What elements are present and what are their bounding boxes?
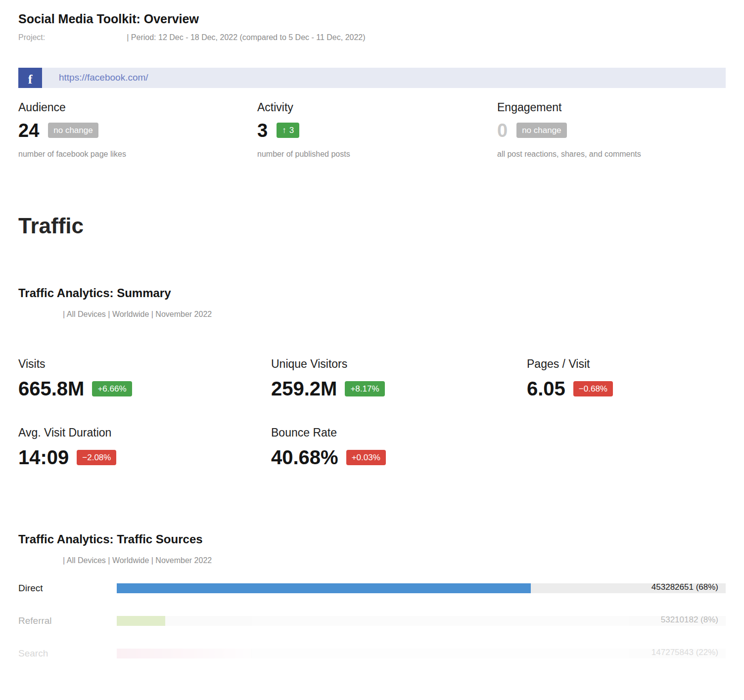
- visits-metric: Visits 665.8M +6.66%: [18, 357, 271, 400]
- traffic-source-bar-direct: [117, 583, 531, 593]
- facebook-url-wrap: https://facebook.com/: [42, 68, 726, 88]
- traffic-section-title: Traffic: [18, 214, 726, 238]
- activity-metric: Activity 3 ↑ 3 number of published posts: [257, 101, 497, 159]
- unique-visitors-change-badge: +8.17%: [345, 381, 384, 396]
- engagement-change-badge: no change: [516, 123, 566, 138]
- traffic-source-bar-referral: [117, 616, 165, 626]
- traffic-source-bar-track: 453282651 (68%): [117, 583, 726, 593]
- audience-label: Audience: [18, 101, 257, 114]
- facebook-icon: f: [18, 68, 42, 88]
- audience-metric: Audience 24 no change number of facebook…: [18, 101, 257, 159]
- unique-visitors-metric: Unique Visitors 259.2M +8.17%: [271, 357, 527, 400]
- traffic-source-row-referral: Referral 53210182 (8%): [18, 615, 726, 626]
- avg-visit-duration-value: 14:09: [18, 445, 69, 469]
- unique-visitors-label: Unique Visitors: [271, 357, 527, 371]
- traffic-summary-grid: Visits 665.8M +6.66% Unique Visitors 259…: [18, 357, 726, 469]
- avg-visit-duration-metric: Avg. Visit Duration 14:09 −2.08%: [18, 426, 271, 469]
- pages-per-visit-value: 6.05: [527, 377, 565, 400]
- traffic-source-value-direct: 453282651 (68%): [651, 583, 718, 593]
- visits-change-badge: +6.66%: [92, 381, 132, 396]
- engagement-label: Engagement: [497, 101, 726, 114]
- traffic-sources-chart: Direct 453282651 (68%) Referral 53210182…: [18, 583, 726, 659]
- bounce-rate-label: Bounce Rate: [271, 426, 527, 439]
- traffic-source-row-search: Search 147275843 (22%): [18, 648, 726, 659]
- traffic-source-bar-track: 53210182 (8%): [117, 616, 726, 626]
- activity-label: Activity: [257, 101, 497, 114]
- traffic-source-label-direct: Direct: [18, 583, 117, 594]
- visits-value: 665.8M: [18, 377, 84, 400]
- pages-per-visit-label: Pages / Visit: [527, 357, 726, 371]
- bounce-rate-value: 40.68%: [271, 445, 338, 469]
- traffic-source-bar-search: [117, 649, 251, 658]
- traffic-source-value-referral: 53210182 (8%): [661, 615, 718, 625]
- traffic-source-row-direct: Direct 453282651 (68%): [18, 583, 726, 594]
- page-title: Social Media Toolkit: Overview: [18, 12, 726, 26]
- audience-value: 24: [18, 121, 39, 140]
- facebook-url-link[interactable]: https://facebook.com/: [59, 72, 148, 83]
- pages-per-visit-metric: Pages / Visit 6.05 −0.68%: [527, 357, 726, 400]
- traffic-sources-title: Traffic Analytics: Traffic Sources: [18, 532, 726, 546]
- unique-visitors-value: 259.2M: [271, 377, 337, 400]
- traffic-source-label-referral: Referral: [18, 615, 117, 626]
- traffic-source-label-search: Search: [18, 648, 117, 659]
- period-text: | Period: 12 Dec - 18 Dec, 2022 (compare…: [127, 33, 365, 42]
- project-label: Project:: [18, 33, 45, 42]
- traffic-sources-meta: | All Devices | Worldwide | November 202…: [63, 556, 726, 565]
- avg-visit-duration-change-badge: −2.08%: [77, 450, 116, 465]
- bounce-rate-change-badge: +0.03%: [346, 450, 386, 465]
- traffic-summary-meta: | All Devices | Worldwide | November 202…: [63, 310, 726, 319]
- activity-value: 3: [257, 121, 268, 140]
- report-page: Social Media Toolkit: Overview Project: …: [0, 12, 744, 659]
- social-metrics-row: Audience 24 no change number of facebook…: [18, 101, 726, 159]
- traffic-source-value-search: 147275843 (22%): [651, 648, 718, 658]
- engagement-value: 0: [497, 121, 508, 140]
- report-subline: Project: | Period: 12 Dec - 18 Dec, 2022…: [18, 33, 726, 42]
- avg-visit-duration-label: Avg. Visit Duration: [18, 426, 271, 439]
- traffic-summary-title: Traffic Analytics: Summary: [18, 286, 726, 300]
- audience-change-badge: no change: [48, 123, 98, 138]
- engagement-caption: all post reactions, shares, and comments: [497, 150, 726, 159]
- arrow-up-icon: ↑: [282, 126, 286, 134]
- empty-cell: [527, 426, 726, 469]
- traffic-source-bar-track: 147275843 (22%): [117, 649, 726, 658]
- audience-caption: number of facebook page likes: [18, 150, 257, 159]
- pages-per-visit-change-badge: −0.68%: [573, 381, 613, 396]
- engagement-metric: Engagement 0 no change all post reaction…: [497, 101, 726, 159]
- visits-label: Visits: [18, 357, 271, 371]
- bounce-rate-metric: Bounce Rate 40.68% +0.03%: [271, 426, 527, 469]
- activity-caption: number of published posts: [257, 150, 497, 159]
- activity-change-badge: ↑ 3: [277, 123, 299, 138]
- facebook-url-bar[interactable]: f https://facebook.com/: [18, 68, 726, 88]
